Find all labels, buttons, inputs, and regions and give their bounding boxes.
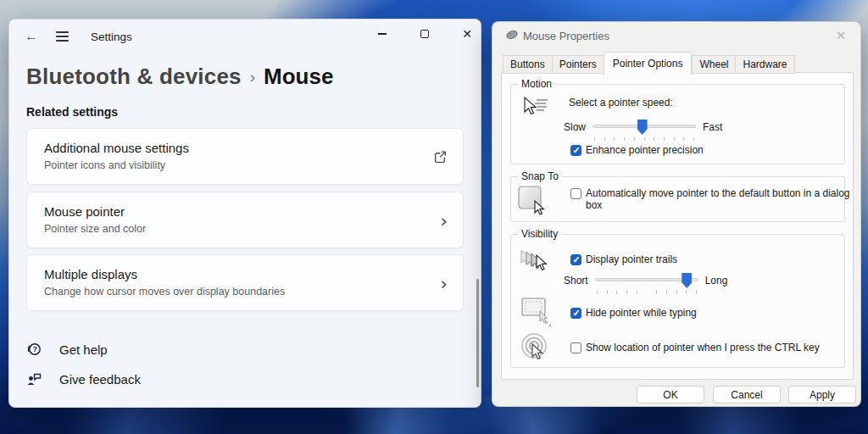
- pointer-speed-slider-row: Slow Fast: [564, 119, 722, 136]
- dialog-title: Mouse Properties: [523, 30, 609, 42]
- snap-to-group-label: Snap To: [518, 170, 562, 182]
- tab-strip: Buttons Pointers Pointer Options Wheel H…: [503, 54, 795, 74]
- enhance-precision-label: Enhance pointer precision: [586, 144, 704, 156]
- ok-button[interactable]: OK: [637, 386, 704, 403]
- motion-group-label: Motion: [518, 78, 555, 90]
- card-subtitle: Change how cursor moves over display bou…: [44, 286, 285, 298]
- tab-wheel[interactable]: Wheel: [692, 55, 735, 74]
- card-additional-mouse-settings[interactable]: Additional mouse settings Pointer icons …: [26, 128, 464, 185]
- enhance-precision-row: Enhance pointer precision: [570, 144, 704, 156]
- long-label: Long: [705, 275, 728, 287]
- chevron-right-icon: ›: [440, 272, 448, 293]
- slider-thumb[interactable]: [682, 273, 692, 288]
- trail-length-slider-row: Short Long: [564, 272, 727, 289]
- breadcrumb: Bluetooth & devices › Mouse: [26, 64, 333, 90]
- person-feedback-icon: [26, 371, 42, 387]
- page-title: Mouse: [264, 64, 333, 90]
- back-arrow-icon: ←: [25, 29, 38, 44]
- short-label: Short: [564, 275, 588, 287]
- external-link-icon: [433, 149, 448, 164]
- card-multiple-displays[interactable]: Multiple displays Change how cursor move…: [26, 254, 464, 311]
- pointer-trails-label: Display pointer trails: [586, 253, 677, 265]
- desktop: { "glyphs": { "back_arrow": "←", "close"…: [0, 0, 868, 434]
- help-circle-icon: ?: [26, 342, 42, 358]
- slider-thumb[interactable]: [637, 120, 648, 135]
- cancel-button[interactable]: Cancel: [713, 386, 781, 403]
- show-pointer-location-checkbox[interactable]: [570, 342, 581, 353]
- snap-to-label: Automatically move pointer to the defaul…: [586, 187, 860, 211]
- chevron-right-icon: ›: [440, 209, 448, 231]
- svg-text:?: ?: [33, 345, 38, 353]
- show-pointer-location-icon: [520, 331, 554, 365]
- tab-pointers[interactable]: Pointers: [552, 55, 604, 74]
- card-title: Multiple displays: [44, 267, 137, 281]
- mouse-icon: [505, 30, 519, 40]
- enhance-precision-checkbox[interactable]: [570, 145, 581, 156]
- hide-pointer-typing-checkbox[interactable]: [570, 308, 581, 319]
- pointer-trails-row: Display pointer trails: [570, 253, 677, 265]
- get-help-link[interactable]: ? Get help: [26, 342, 108, 358]
- close-icon: ✕: [462, 27, 472, 41]
- maximize-icon: [420, 30, 429, 38]
- apply-button[interactable]: Apply: [788, 386, 856, 403]
- maximize-button[interactable]: [411, 23, 438, 45]
- card-subtitle: Pointer icons and visibility: [44, 159, 165, 171]
- breadcrumb-parent[interactable]: Bluetooth & devices: [26, 64, 242, 90]
- navigation-menu-button[interactable]: [50, 25, 74, 48]
- snap-to-group: Snap To Automatically move pointer to th…: [510, 176, 845, 222]
- card-title: Additional mouse settings: [44, 141, 189, 155]
- slow-label: Slow: [564, 121, 586, 133]
- pointer-speed-slider[interactable]: [593, 119, 696, 136]
- dialog-action-buttons: OK Cancel Apply: [492, 386, 860, 404]
- pointer-trails-checkbox[interactable]: [570, 254, 581, 265]
- trail-length-slider[interactable]: [595, 272, 698, 289]
- give-feedback-link[interactable]: Give feedback: [26, 371, 141, 387]
- pointer-speed-icon: [520, 95, 550, 120]
- pointer-speed-prompt: Select a pointer speed:: [569, 97, 673, 108]
- pointer-trails-icon: [518, 247, 555, 281]
- close-icon: ✕: [836, 28, 847, 43]
- close-button[interactable]: ✕: [453, 23, 481, 45]
- visibility-group: Visibility Display pointer trails Short: [510, 234, 845, 368]
- scrollbar-thumb[interactable]: [476, 279, 479, 387]
- minimize-button[interactable]: [369, 23, 396, 45]
- app-title: Settings: [91, 31, 132, 43]
- tab-buttons[interactable]: Buttons: [503, 55, 552, 74]
- card-subtitle: Pointer size and color: [44, 223, 146, 235]
- show-pointer-location-row: Show location of pointer when I press th…: [570, 342, 820, 353]
- pointer-options-tab-page: Motion Select a pointer speed: Slow Fast: [501, 72, 854, 380]
- hide-pointer-typing-icon: [520, 296, 554, 328]
- related-settings-heading: Related settings: [26, 105, 118, 119]
- get-help-label: Get help: [59, 342, 108, 357]
- hamburger-menu-icon: [56, 31, 69, 33]
- slider-ticks: [597, 291, 697, 294]
- hide-pointer-typing-label: Hide pointer while typing: [586, 307, 697, 319]
- minimize-icon: [378, 33, 387, 34]
- tab-hardware[interactable]: Hardware: [735, 55, 794, 74]
- card-mouse-pointer[interactable]: Mouse pointer Pointer size and color ›: [26, 192, 464, 248]
- dialog-close-button[interactable]: ✕: [832, 27, 850, 44]
- show-pointer-location-label: Show location of pointer when I press th…: [586, 342, 820, 353]
- breadcrumb-separator: ›: [250, 68, 255, 86]
- fast-label: Fast: [703, 121, 722, 133]
- snap-to-checkbox[interactable]: [570, 188, 581, 199]
- hide-pointer-typing-row: Hide pointer while typing: [570, 307, 697, 319]
- motion-group: Motion Select a pointer speed: Slow Fast: [510, 84, 845, 164]
- dialog-titlebar: Mouse Properties ✕: [492, 22, 860, 47]
- give-feedback-label: Give feedback: [59, 372, 141, 387]
- snap-to-row: Automatically move pointer to the defaul…: [570, 187, 860, 211]
- mouse-properties-dialog: Mouse Properties ✕ Buttons Pointers Poin…: [492, 21, 861, 407]
- back-button[interactable]: ←: [19, 25, 43, 48]
- tab-pointer-options[interactable]: Pointer Options: [604, 52, 693, 75]
- settings-titlebar: ← Settings ✕: [9, 19, 481, 53]
- slider-ticks: [594, 137, 694, 141]
- settings-window: ← Settings ✕ Bluetooth & devices › Mouse…: [8, 19, 481, 408]
- card-title: Mouse pointer: [44, 204, 125, 219]
- snap-to-button-icon: [516, 184, 550, 218]
- visibility-group-label: Visibility: [518, 228, 561, 240]
